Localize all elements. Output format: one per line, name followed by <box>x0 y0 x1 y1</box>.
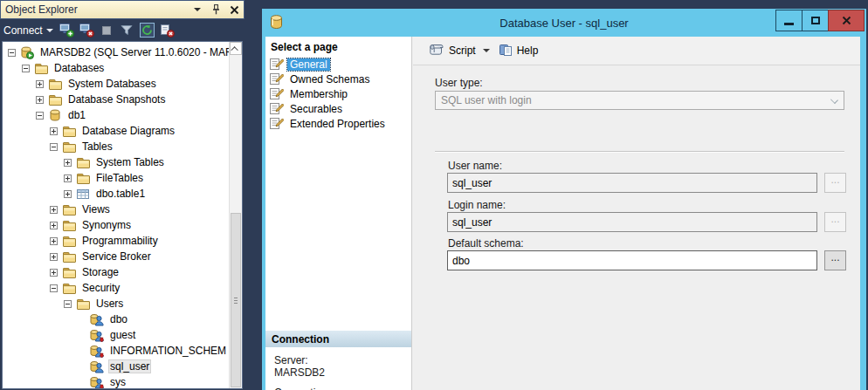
database-icon <box>270 14 283 32</box>
tree-item-users[interactable]: Users <box>3 296 229 311</box>
tree-item-db1[interactable]: db1 <box>3 107 229 123</box>
tree-item-information-schem[interactable]: INFORMATION_SCHEM <box>3 343 229 359</box>
tree-item-label: System Tables <box>94 155 166 169</box>
page-edit-icon <box>269 117 284 130</box>
page-item-extended-properties[interactable]: Extended Properties <box>265 116 411 131</box>
expand-toggle-icon[interactable] <box>50 269 58 277</box>
disconnect-icon[interactable] <box>79 23 94 38</box>
collapse-toggle-icon[interactable] <box>36 112 44 120</box>
expand-toggle-icon[interactable] <box>50 253 58 261</box>
dialog-content-pane: Script Help User type: SQL user with log… <box>413 37 860 390</box>
expand-toggle-icon[interactable] <box>50 222 58 229</box>
general-page-form: User type: SQL user with login User name… <box>413 65 860 390</box>
default-schema-input[interactable] <box>447 250 817 270</box>
help-button[interactable]: Help <box>495 40 542 62</box>
folder-icon <box>76 172 90 185</box>
connect-icon[interactable] <box>59 23 74 38</box>
window-position-menu-icon[interactable] <box>192 4 203 15</box>
tree-item-security[interactable]: Security <box>3 280 229 296</box>
expand-toggle-icon[interactable] <box>64 159 72 167</box>
expand-toggle-icon[interactable] <box>36 80 44 88</box>
tree-item-database-diagrams[interactable]: Database Diagrams <box>3 123 229 139</box>
tree-item-sys[interactable]: sys <box>3 374 229 389</box>
expand-toggle-icon[interactable] <box>36 96 44 104</box>
tree-item-service-broker[interactable]: Service Broker <box>3 249 229 264</box>
collapse-toggle-icon[interactable] <box>22 65 30 72</box>
login-name-browse-button: ... <box>824 212 846 232</box>
tree-item-programmability[interactable]: Programmability <box>3 233 229 249</box>
database-user-dialog: Database User - sql_user Select a page G… <box>262 9 866 390</box>
tree-item-label: Service Broker <box>80 250 153 263</box>
tree-item-dbo[interactable]: dbo <box>3 311 229 327</box>
refresh-icon[interactable] <box>140 23 155 38</box>
page-item-securables[interactable]: Securables <box>265 101 411 116</box>
tree-item-synonyms[interactable]: Synonyms <box>3 217 229 233</box>
combo-chevron-icon <box>830 96 838 104</box>
page-edit-icon <box>269 87 284 100</box>
tree-item-guest[interactable]: guest <box>3 327 229 343</box>
expand-toggle-icon[interactable] <box>50 127 58 135</box>
connection-section-header: Connection <box>265 330 411 347</box>
user-type-label: User type: <box>435 77 483 89</box>
close-icon[interactable] <box>229 4 239 15</box>
tree-item-database-snapshots[interactable]: Database Snapshots <box>3 92 229 107</box>
collapse-toggle-icon[interactable] <box>50 143 58 151</box>
filter-icon[interactable] <box>120 23 134 38</box>
default-schema-browse-button[interactable]: ... <box>824 250 846 270</box>
tree-item-label: MARSDB2 (SQL Server 11.0.6020 - MARSD <box>38 45 243 59</box>
tree-item-views[interactable]: Views <box>3 202 229 217</box>
tree-item-tables[interactable]: Tables <box>3 139 229 154</box>
maximize-button[interactable] <box>802 10 829 31</box>
tree-item-storage[interactable]: Storage <box>3 264 229 280</box>
dialog-toolbar: Script Help <box>413 37 860 65</box>
stop-icon[interactable] <box>100 23 114 38</box>
expand-toggle-icon[interactable] <box>50 206 58 214</box>
tree-scrollbar[interactable] <box>229 42 242 388</box>
tree-item-sql-user[interactable]: sql_user <box>3 359 229 374</box>
script-icon <box>428 43 444 58</box>
expand-toggle-icon[interactable] <box>64 174 72 182</box>
page-item-membership[interactable]: Membership <box>265 86 411 101</box>
expand-toggle-icon[interactable] <box>64 190 72 198</box>
page-edit-icon <box>269 72 284 86</box>
collapse-toggle-icon[interactable] <box>64 300 72 308</box>
tree-item-databases[interactable]: Databases <box>3 60 229 76</box>
tree-item-filetables[interactable]: FileTables <box>3 170 229 186</box>
user-type-value: SQL user with login <box>441 94 532 106</box>
script-dropdown-icon[interactable] <box>483 49 490 52</box>
tree-item-label: db1 <box>66 108 87 122</box>
page-edit-icon <box>269 58 284 71</box>
object-explorer-titlebar[interactable]: Object Explorer <box>0 0 245 19</box>
login-name-input[interactable] <box>447 212 817 232</box>
close-button[interactable] <box>828 10 865 31</box>
server-value: MARSDB2 <box>274 366 411 379</box>
user-type-combo[interactable]: SQL user with login <box>435 91 844 110</box>
page-item-owned-schemas[interactable]: Owned Schemas <box>265 72 411 86</box>
tree-item-marsdb2-sql-server-11-0-6020-marsd[interactable]: MARSDB2 (SQL Server 11.0.6020 - MARSD <box>3 44 229 60</box>
user-icon <box>90 313 104 326</box>
tree-item-system-databases[interactable]: System Databases <box>3 76 229 92</box>
collapse-toggle-icon[interactable] <box>50 284 58 292</box>
script-button[interactable]: Script <box>424 40 479 61</box>
server-label: Server: <box>274 354 411 366</box>
user-disabled-icon <box>90 376 104 389</box>
page-item-general[interactable]: General <box>265 57 411 72</box>
page-edit-icon <box>269 102 284 115</box>
disconnect-script-icon[interactable] <box>160 23 175 38</box>
minimize-button[interactable] <box>775 10 803 31</box>
scrollbar-thumb[interactable] <box>231 213 241 387</box>
scrollbar-up-arrow-icon[interactable] <box>230 42 242 55</box>
tree-item-label: System Databases <box>66 77 158 91</box>
dialog-titlebar[interactable]: Database User - sql_user <box>262 9 866 37</box>
pin-icon[interactable] <box>210 4 221 15</box>
folder-icon <box>62 125 76 138</box>
tree-item-system-tables[interactable]: System Tables <box>3 154 229 170</box>
expand-toggle-icon[interactable] <box>50 237 58 245</box>
connect-button[interactable]: Connect <box>3 24 53 37</box>
page-item-label: General <box>287 58 330 71</box>
collapse-toggle-icon[interactable] <box>8 49 16 57</box>
tree-item-dbo-table1[interactable]: dbo.table1 <box>3 186 229 202</box>
user-name-input[interactable] <box>447 173 817 193</box>
tree-item-label: Users <box>94 297 125 311</box>
folder-icon <box>48 78 62 91</box>
